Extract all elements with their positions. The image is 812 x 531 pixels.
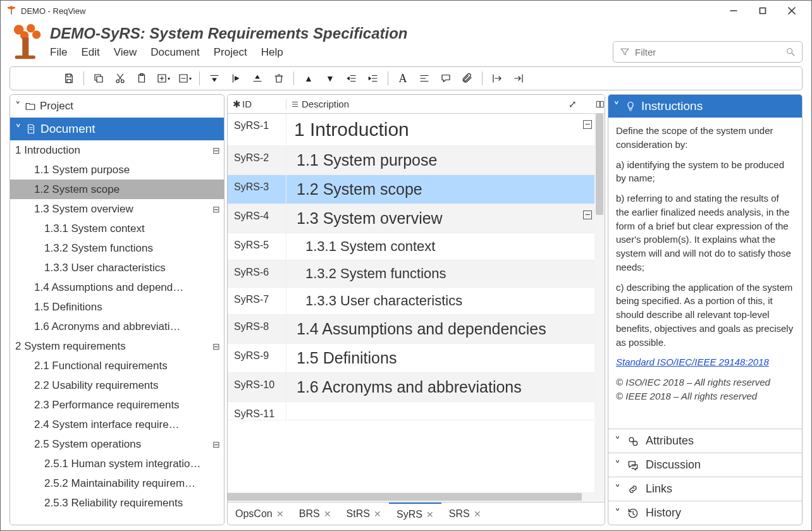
tab[interactable]: SyRS✕ (389, 503, 441, 525)
tree-item[interactable]: 1.3 System overview⊟ (10, 199, 224, 219)
tree-item[interactable]: 1.1 System purpose (10, 160, 224, 180)
collapse-in-icon[interactable] (509, 69, 528, 88)
columns-icon[interactable] (596, 100, 605, 109)
grid-row[interactable]: SyRS-21.1 System purpose (228, 146, 605, 175)
tree-item[interactable]: 1 Introduction⊟ (10, 140, 224, 160)
tree-item[interactable]: 2.2 Usability requirements (10, 375, 224, 395)
tree-item[interactable]: 1.3.3 User characteristics (10, 258, 224, 278)
grid-row[interactable]: SyRS-91.5 Definitions (228, 344, 605, 373)
tab[interactable]: StRS✕ (339, 503, 389, 525)
grid-row[interactable]: SyRS-51.3.1 System context (228, 233, 605, 260)
expander-icon[interactable]: ⊟ (210, 341, 220, 351)
tree-item[interactable]: 2.5.2 Maintainability requirem… (10, 473, 224, 493)
column-id-header[interactable]: ✱ ID (228, 99, 286, 110)
filter-input[interactable] (635, 47, 785, 58)
tree-item[interactable]: 2.5 System operations⊟ (10, 434, 224, 454)
tree-item[interactable]: 2.4 System interface require… (10, 415, 224, 434)
grid-row[interactable]: SyRS-61.3.2 System functions (228, 260, 605, 288)
cut-button[interactable] (111, 69, 130, 88)
grid-row[interactable]: SyRS-81.4 Assumptions and dependencies (228, 315, 605, 344)
accordion-discussion[interactable]: ˅Discussion (608, 453, 802, 477)
tree-item[interactable]: 2.1 Functional requirements (10, 356, 224, 375)
add-button[interactable]: ▾ (154, 69, 173, 88)
svg-rect-12 (67, 74, 71, 77)
expander-icon[interactable]: ⊟ (210, 204, 220, 214)
tree-item[interactable]: 2.3 Performance requirements (10, 395, 224, 415)
tree-item[interactable]: 1.4 Assumptions and depend… (10, 278, 224, 297)
grid-row[interactable]: SyRS-41.3 System overview− (228, 204, 605, 233)
tree-item[interactable]: 2.5.3 Reliability requirements (10, 493, 224, 513)
instructions-header[interactable]: ˅ Instructions (608, 95, 802, 118)
standard-link[interactable]: Standard ISO/IEC/IEEE 29148:2018 (616, 357, 769, 367)
gears-icon (627, 435, 639, 448)
expander-icon[interactable]: ⊟ (210, 145, 220, 156)
close-icon[interactable]: ✕ (474, 509, 481, 519)
close-icon[interactable]: ✕ (374, 509, 381, 519)
filter-box[interactable] (613, 41, 803, 63)
grid-row[interactable]: SyRS-31.2 System scope (228, 175, 605, 204)
copy-button[interactable] (89, 69, 108, 88)
document-header[interactable]: ˅ Document (10, 118, 224, 140)
move-up-icon[interactable] (248, 69, 267, 88)
tree-item[interactable]: 1.6 Acronyms and abbreviati… (10, 317, 224, 336)
menu-view[interactable]: View (114, 46, 137, 59)
tree-item[interactable]: 1.3.1 System context (10, 219, 224, 238)
indent-button[interactable] (364, 69, 383, 88)
svg-point-16 (121, 80, 125, 83)
close-icon[interactable]: ✕ (426, 510, 434, 520)
expand-out-icon[interactable] (488, 69, 507, 88)
menu-file[interactable]: File (50, 46, 67, 59)
instructions-label: Instructions (641, 99, 703, 113)
paste-button[interactable] (132, 69, 151, 88)
accordion-attributes[interactable]: ˅Attributes (608, 429, 802, 453)
tab[interactable]: BRS✕ (292, 503, 339, 525)
tab[interactable]: SRS✕ (441, 503, 489, 525)
grid-row[interactable]: SyRS-101.6 Acronyms and abbreviations (228, 373, 605, 402)
menu-edit[interactable]: Edit (81, 46, 99, 59)
move-right-icon[interactable] (226, 69, 245, 88)
cell-description: 1.4 Assumptions and dependencies (286, 315, 605, 343)
comment-button[interactable] (436, 69, 455, 88)
up-arrow-icon[interactable]: ▲ (299, 69, 318, 88)
maximize-button[interactable] (748, 1, 777, 20)
tree-item[interactable]: 2 System requirements⊟ (10, 336, 224, 356)
expand-arrow-icon[interactable]: ⤢ (569, 99, 577, 110)
accordion-history[interactable]: ˅History (608, 501, 802, 525)
align-button[interactable] (415, 69, 434, 88)
column-description-header[interactable]: Description ⤢ (286, 99, 605, 110)
attachment-button[interactable] (458, 69, 477, 88)
accordion-links[interactable]: ˅Links (608, 477, 802, 501)
delete-button[interactable] (269, 69, 288, 88)
tree-item[interactable]: 1.3.2 System functions (10, 238, 224, 258)
cell-description: 1.3.2 System functions (286, 260, 605, 287)
close-button[interactable] (777, 1, 806, 20)
tab-label: BRS (299, 508, 320, 520)
project-header[interactable]: ˅ Project (10, 95, 224, 118)
tree-item[interactable]: 1.2 System scope (10, 180, 224, 199)
horizontal-scrollbar[interactable] (228, 492, 605, 502)
collapse-toggle[interactable]: − (583, 211, 592, 219)
tree-item[interactable]: 1.5 Definitions (10, 297, 224, 317)
svg-point-15 (116, 80, 120, 83)
search-icon[interactable] (785, 47, 796, 57)
close-icon[interactable]: ✕ (276, 509, 284, 519)
expander-icon[interactable]: ⊟ (210, 439, 220, 449)
tab[interactable]: OpsCon✕ (228, 503, 292, 525)
tree-item[interactable]: 2.5.1 Human system integratio… (10, 454, 224, 473)
grid-row[interactable]: SyRS-11 (228, 402, 605, 420)
collapse-toggle[interactable]: − (583, 120, 592, 129)
menu-help[interactable]: Help (261, 46, 283, 59)
remove-button[interactable]: ▾ (175, 69, 194, 88)
minimize-button[interactable] (719, 1, 748, 20)
outdent-button[interactable] (342, 69, 361, 88)
menu-project[interactable]: Project (214, 46, 247, 59)
move-down-icon[interactable] (205, 69, 224, 88)
save-button[interactable] (59, 69, 78, 88)
vertical-scrollbar[interactable] (594, 114, 605, 492)
close-icon[interactable]: ✕ (324, 509, 331, 519)
grid-row[interactable]: SyRS-11 Introduction− (228, 114, 605, 146)
font-button[interactable]: A (393, 69, 412, 88)
down-arrow-icon[interactable]: ▼ (321, 69, 340, 88)
grid-row[interactable]: SyRS-71.3.3 User characteristics (228, 288, 605, 315)
menu-document[interactable]: Document (151, 46, 199, 59)
